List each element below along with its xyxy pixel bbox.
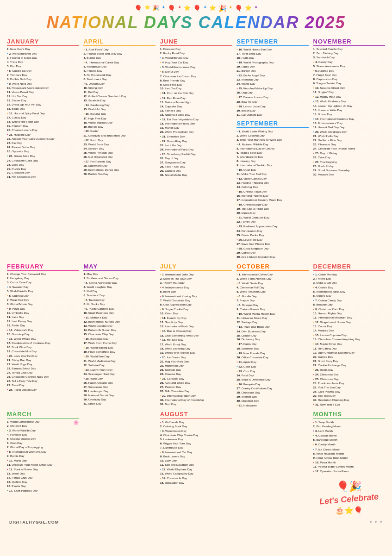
list-item: 26. Get Organized Day [83,155,155,159]
list-item: 1. Cyber Monday [313,272,385,277]
list-item: 31. New Year's Eve [313,402,385,407]
list-item: 28. Black Friday [313,164,385,169]
list-item: 23. World Book Day [83,143,155,147]
list-item: 26. Paper Airplane Day [83,381,155,385]
list-item: 19. Talk Like a Pirate Day [236,207,308,211]
list-item: 29. Coffee Day [236,251,308,255]
month-december: DECEMBER 1. Cyber Monday 2. Fritters Day… [312,262,386,408]
list-item: 14. Monkey Day [313,329,385,333]
list-item: 24. Scavenger Hunt Day [83,372,155,376]
list-item: 24. Cousins Day [160,372,232,376]
list-item: 18. Drink Wine Day [7,345,79,350]
list-item: 4. International Carrot Day [83,60,155,65]
list-item: 20. World Children's Day [313,130,385,134]
list-item: 2. Hedgehog Day [7,276,79,281]
list-item: 16. Panda Day [7,484,79,488]
list-item: 17. World Emoji Day [160,343,232,347]
list-item: 12. Plant a Flower Day [7,467,79,472]
list-item: 4. Pancake Day [7,433,79,437]
list-item: 27. Chocolate Cake Day [7,159,79,163]
list-item: 24. Tortilla Chip Day [7,371,79,375]
list-item: 16. World Honey Bee Day [236,47,308,52]
list-item: 13. Scrabble Day [83,99,155,103]
list-item: 17. Work From Home Day [83,341,155,345]
list-item: 27. Visit The Zoo Day [313,386,385,390]
list-item: 1. World Compliment Day [7,420,79,424]
list-item: 23. Pie Day [7,141,79,145]
list-item: 3. Make a Gift Day [313,281,385,285]
list-item: 20. Cheese Lover's Day [7,128,79,132]
list-item: 18. World Marbles Day [83,121,155,125]
list-item: 1. International Joke Day [160,272,232,277]
list-item: 29. Camera Day [160,169,232,173]
list-item: 15. Cheese Toast Day [236,189,308,194]
list-item: 22. Color Day [236,364,308,369]
list-item: 18. Winnie-the-Pooh Day [7,120,79,124]
list-item: 20. World Bee Day [83,354,155,359]
list-item: 30. International Day of Friendship [160,398,232,402]
list-item: 14. Cupcake Day [160,105,232,109]
list-item: 19. World Photography Day [236,60,308,65]
list-item: 18. Re-Gifting Day [313,347,385,351]
list-item: 19. Bicycle Day [83,125,155,129]
list-item: 7. Tempura Day [7,73,79,77]
list-item: 29. Internet Day [236,395,308,399]
list-item: 11. Latte Day [7,315,79,319]
list-item: 15. Chocolate Chip Day [83,332,155,337]
list-item: 5. Underwear Day [160,437,232,442]
list-item: 6. Wiggle Your Toes Day [160,442,232,446]
list-item: 11. Mother's Day [83,315,155,320]
list-item: 9. Sugar Cookie Day [160,307,232,312]
list-item: 19. Martini Day [160,126,232,130]
list-item: 2. Fritters Day [313,277,385,281]
list-item: 17. Classy Day [7,116,79,120]
list-item: 30. Croissant Day [7,171,79,175]
title-section: NATIONAL DAYS CALENDAR 2025 [5,13,387,32]
list-item: 8. Literacy Day [236,159,308,163]
list-item: 6. Miners' Day [313,294,385,298]
list-item: 5. Barbecue Month [313,438,385,442]
list-item: 12. Simplicity Day [160,320,232,325]
list-item: 21. World Meditation Day [83,359,155,363]
list-item: 14. Own Business Day [236,330,308,334]
list-item: 6. Candy Month [313,442,385,447]
list-item: 22. Be An Angel Day [236,73,308,78]
list-item: 14. Loosen Up Lighten Up Day [313,104,385,108]
month-october: OCTOBER 1. International Coffee Day 2. W… [235,262,310,516]
list-item: 7. Grandparents Day [236,155,308,159]
list-item: 18. Entrepreneurs' Day [313,121,385,125]
list-item: 25. Christmas Day [313,377,385,381]
list-item: 2. World Introvert Day [7,51,79,56]
list-item: 14. Gardening Day [83,103,155,107]
list-item: 3. Burrito Day [83,56,155,60]
list-item: 1. May Day [83,272,155,276]
list-item: 11. Universal Music Day [236,316,308,320]
list-item: 26. Pumpkin Day [236,382,308,387]
list-item: 8. What Happens Month [313,452,385,456]
list-item: 22. Onion Ring Day [160,139,232,144]
list-item: 13. World Calligraphy Day [160,472,232,476]
list-item: 22. Hammock Day [160,364,232,368]
list-item: 6. Pajama Day [83,69,155,73]
list-item: 25. Opposite Day [7,150,79,154]
list-item: 4. World Laughter Day [83,285,155,289]
list-item: 7. Chocolate Ice Cream Day [160,75,232,79]
list-item: 4. Chocolate Chip Cookie Day [160,433,232,437]
list-item: 13. Positive Thinking Day [236,181,308,185]
list-item: 18. Cheeseburger Day [236,202,308,207]
list-item: 10. Mario Day [7,458,79,463]
list-item: 11. Singles' Day [313,90,385,94]
may-days: 1. May Day 2. Brothers and Sisters Day 3… [83,272,155,406]
list-item: 13. Jewel Day [7,472,79,476]
list-item: 6. International Kissing Day [160,294,232,299]
list-item: 13. National Movie Night [160,100,232,105]
list-item: 20. Easter [83,129,155,133]
list-item: 30. Checklist Day [236,399,308,403]
list-item: 24. Food Day [236,374,308,378]
list-item: 17. Random Acts of Kindness Day [7,341,79,345]
list-item: 13. Cocoa Day [313,325,385,329]
list-item: 30. Beach Day [236,109,308,113]
list-item: 28. Bow Tie Day [236,100,308,104]
list-item: 12. Hot Tea Day [7,94,79,99]
calendar-grid: JANUARY 1. New Year's Day 2. World Intro… [5,36,387,517]
